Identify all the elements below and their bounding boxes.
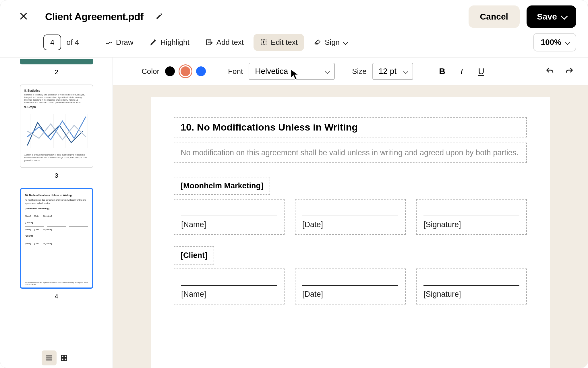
svg-rect-9: [64, 355, 67, 358]
chevron-down-icon: [325, 67, 328, 76]
edit-text-icon: [260, 39, 267, 46]
close-button[interactable]: [18, 9, 30, 24]
thumbnail-label-4: 4: [55, 293, 58, 300]
view-grid-button[interactable]: [57, 350, 71, 365]
close-icon: [19, 12, 28, 20]
thumbnail-label-3: 3: [55, 172, 58, 179]
editable-party2[interactable]: [Client]: [174, 246, 214, 264]
color-label: Color: [142, 67, 159, 76]
rename-button[interactable]: [156, 12, 163, 21]
page-total: of 4: [66, 38, 79, 47]
document-title: Client Agreement.pdf: [45, 11, 144, 22]
size-select[interactable]: 12 pt: [372, 63, 413, 80]
cancel-button[interactable]: Cancel: [469, 5, 520, 28]
sign-icon: [314, 39, 321, 46]
toolbar: 4 of 4 Draw Highlight Add text Edit text…: [0, 33, 588, 57]
font-label: Font: [228, 67, 243, 76]
thumbnail-sidebar: 2 8. Statistics Statistics is the study …: [0, 57, 113, 368]
draw-icon: [105, 39, 113, 46]
header: Client Agreement.pdf Cancel Save: [0, 0, 588, 33]
thumbnail-page-4[interactable]: 10. No Modifications Unless in Writing N…: [20, 188, 93, 289]
grid-icon: [60, 354, 68, 362]
tool-highlight[interactable]: Highlight: [143, 34, 196, 51]
editable-signature-2[interactable]: [Signature]: [416, 269, 527, 304]
redo-icon: [565, 67, 574, 76]
tool-sign[interactable]: Sign: [307, 34, 353, 51]
bold-button[interactable]: B: [435, 64, 449, 78]
underline-button[interactable]: U: [474, 64, 488, 78]
editable-heading[interactable]: 10. No Modifications Unless in Writing: [174, 117, 527, 137]
undo-icon: [545, 67, 554, 76]
tool-add-text[interactable]: Add text: [199, 34, 250, 51]
highlight-icon: [150, 39, 157, 46]
chevron-down-icon: [403, 67, 407, 76]
tool-edit-text[interactable]: Edit text: [254, 34, 304, 51]
editable-name-2[interactable]: [Name]: [174, 269, 285, 304]
svg-rect-8: [61, 355, 63, 358]
mini-chart: [24, 111, 89, 151]
svg-rect-10: [61, 358, 63, 361]
list-icon: [45, 354, 53, 362]
editable-body[interactable]: No modification on this agreement shall …: [174, 143, 527, 163]
thumbnail-page-3[interactable]: 8. Statistics Statistics is the study an…: [20, 85, 93, 168]
color-orange[interactable]: [181, 66, 190, 76]
size-label: Size: [352, 67, 367, 76]
italic-button[interactable]: I: [455, 64, 469, 78]
editable-name-1[interactable]: [Name]: [174, 199, 285, 235]
undo-button[interactable]: [543, 64, 557, 78]
color-black[interactable]: [165, 66, 175, 76]
view-list-button[interactable]: [42, 350, 57, 365]
redo-button[interactable]: [562, 64, 576, 78]
save-button[interactable]: Save: [527, 5, 576, 28]
font-select[interactable]: Helvetica: [249, 63, 335, 80]
zoom-select[interactable]: 100%: [533, 33, 576, 51]
chevron-down-icon: [565, 38, 569, 47]
chevron-down-icon: [561, 12, 566, 22]
tool-draw[interactable]: Draw: [99, 34, 140, 51]
add-text-icon: [206, 39, 213, 46]
document-page: 10. No Modifications Unless in Writing N…: [151, 97, 550, 368]
color-blue[interactable]: [196, 66, 206, 76]
svg-rect-11: [64, 358, 67, 361]
format-bar: Color Font Helvetica Size 12 pt B I: [113, 57, 588, 85]
thumbnail-page-2[interactable]: [20, 59, 93, 64]
chevron-down-icon: [343, 38, 347, 47]
editable-date-2[interactable]: [Date]: [295, 269, 406, 304]
page-input[interactable]: 4: [43, 34, 61, 50]
save-button-label: Save: [537, 12, 557, 22]
editable-party1[interactable]: [Moonhelm Marketing]: [174, 177, 270, 195]
editable-signature-1[interactable]: [Signature]: [416, 199, 527, 235]
thumbnail-label-2: 2: [55, 68, 58, 76]
editable-date-1[interactable]: [Date]: [295, 199, 406, 235]
pencil-icon: [156, 12, 163, 20]
